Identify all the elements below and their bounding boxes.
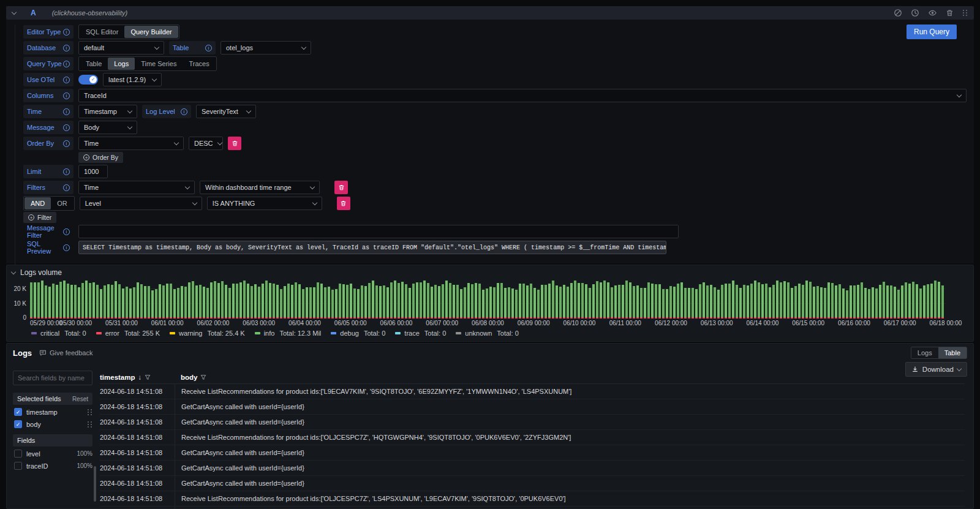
table-row[interactable]: 2024-06-18 14:51:08Receive ListRecommend… [100, 384, 965, 399]
checkbox[interactable] [14, 420, 22, 428]
filter-funnel-icon[interactable] [200, 374, 206, 380]
table-row[interactable]: 2024-06-18 14:51:08Receive ListRecommend… [100, 491, 965, 507]
info-icon[interactable] [63, 29, 70, 36]
view-option-table[interactable]: Table [938, 347, 967, 358]
info-icon[interactable] [63, 61, 70, 67]
info-icon[interactable] [63, 228, 70, 235]
reset-fields-button[interactable]: Reset [72, 396, 88, 402]
info-icon[interactable] [63, 244, 70, 251]
legend-item-info[interactable]: infoTotal: 12.3 Mil [255, 330, 322, 337]
filter-field-select[interactable]: Time [78, 181, 195, 194]
otel-version-select[interactable]: latest (1.2.9) [103, 73, 162, 86]
logs-volume-bars[interactable] [30, 281, 946, 319]
legend-item-unknown[interactable]: unknownTotal: 0 [456, 330, 519, 337]
filter-funnel-icon[interactable] [145, 374, 151, 380]
checkbox[interactable] [14, 450, 22, 458]
remove-filter-button[interactable] [334, 181, 348, 194]
view-option-logs[interactable]: Logs [911, 347, 938, 358]
table-row[interactable]: 2024-06-18 14:51:08GetCartAsync called w… [100, 476, 965, 491]
sort-desc-icon[interactable]: ↓ [138, 374, 142, 381]
selected-field-timestamp[interactable]: timestamp [14, 407, 92, 417]
remove-order-by-button[interactable] [228, 137, 241, 150]
body-column-header[interactable]: body [175, 374, 206, 381]
info-icon[interactable] [63, 124, 70, 131]
sidebar-scrollbar[interactable] [94, 466, 96, 502]
use-otel-toggle[interactable] [78, 75, 98, 85]
info-icon[interactable] [63, 184, 70, 191]
logs-volume-header[interactable]: Logs volume [7, 265, 973, 278]
query-history-icon[interactable] [911, 9, 919, 17]
filter-level-field-select[interactable]: Level [80, 197, 202, 210]
editor-type-option-builder[interactable]: Query Builder [124, 26, 178, 38]
table-row[interactable]: 2024-06-18 14:51:08GetCartAsync called w… [100, 461, 965, 476]
add-order-by-button[interactable]: Order By [78, 152, 123, 163]
logs-volume-chart[interactable]: 20 K 10 K 0 [30, 281, 946, 319]
delete-query-icon[interactable] [946, 9, 954, 17]
checkbox[interactable] [14, 408, 22, 416]
info-icon[interactable] [63, 77, 70, 83]
editor-type-option-sql[interactable]: SQL Editor [80, 26, 124, 38]
volume-bar [651, 284, 654, 319]
order-by-field-select[interactable]: Time [78, 137, 184, 150]
info-icon[interactable] [63, 140, 70, 147]
available-field-level[interactable]: level100% [14, 448, 92, 459]
volume-bar [765, 284, 767, 319]
remove-level-filter-button[interactable] [337, 197, 350, 210]
drag-handle-icon[interactable] [962, 9, 968, 17]
query-type-option-timeseries[interactable]: Time Series [135, 58, 183, 70]
query-row-header[interactable]: A (clickhouse-observability) [6, 6, 974, 20]
logs-panel-header: Logs Give feedback Logs Table [7, 344, 973, 359]
time-select[interactable]: Timestamp [78, 105, 137, 118]
query-type-option-traces[interactable]: Traces [183, 58, 215, 70]
available-field-traceID[interactable]: traceID100% [14, 461, 92, 471]
filter-value-select[interactable]: Within dashboard time range [200, 181, 320, 194]
database-select[interactable]: default [78, 41, 164, 55]
drag-handle-icon[interactable] [87, 409, 92, 416]
table-row[interactable]: 2024-06-18 14:51:08GetCartAsync called w… [100, 445, 965, 461]
selected-field-body[interactable]: body [14, 419, 92, 429]
order-by-direction-select[interactable]: DESC [189, 137, 223, 150]
info-icon[interactable] [63, 92, 70, 99]
query-type-option-table[interactable]: Table [80, 58, 108, 70]
message-select[interactable]: Body [78, 121, 137, 134]
add-filter-button[interactable]: Filter [23, 212, 56, 223]
drag-handle-icon[interactable] [87, 421, 92, 428]
or-option[interactable]: OR [51, 197, 74, 209]
timestamp-column-header[interactable]: timestamp ↓ [100, 374, 175, 381]
legend-item-trace[interactable]: traceTotal: 0 [395, 330, 446, 337]
legend-item-error[interactable]: errorTotal: 255 K [96, 330, 160, 337]
eye-icon[interactable] [928, 9, 937, 17]
table-row[interactable]: 2024-06-18 14:51:08GetCartAsync called w… [100, 399, 965, 415]
table-row[interactable]: 2024-06-18 14:51:08Receive ListRecommend… [100, 507, 965, 509]
table-row[interactable]: 2024-06-18 14:51:08Receive ListRecommend… [100, 430, 965, 445]
legend-item-warning[interactable]: warningTotal: 25.4 K [170, 330, 245, 337]
volume-bar [273, 284, 275, 319]
plus-circle-icon [28, 214, 34, 221]
legend-item-critical[interactable]: criticalTotal: 0 [31, 330, 86, 337]
search-fields-input[interactable] [13, 371, 92, 385]
legend-series-name: info [264, 330, 275, 337]
table-select[interactable]: otel_logs [221, 41, 311, 55]
info-icon[interactable] [63, 108, 70, 115]
info-icon[interactable] [181, 108, 187, 115]
legend-item-debug[interactable]: debugTotal: 0 [331, 330, 385, 337]
and-option[interactable]: AND [24, 197, 51, 209]
checkbox[interactable] [14, 462, 22, 470]
columns-multiselect[interactable]: TraceId [78, 89, 967, 102]
run-query-button[interactable]: Run Query [907, 25, 957, 39]
info-icon[interactable] [63, 168, 70, 175]
message-filter-input[interactable] [78, 225, 679, 238]
volume-bar [251, 286, 253, 319]
info-icon[interactable] [63, 45, 70, 51]
collapse-chevron-icon[interactable] [11, 269, 16, 274]
log-level-select[interactable]: SeverityText [196, 105, 256, 118]
limit-input[interactable] [78, 165, 108, 178]
sql-preview-text[interactable]: SELECT Timestamp as timestamp, Body as b… [78, 241, 666, 254]
filter-level-operator-select[interactable]: IS ANYTHING [207, 197, 322, 210]
give-feedback-link[interactable]: Give feedback [39, 349, 92, 356]
info-icon[interactable] [205, 45, 212, 51]
table-row[interactable]: 2024-06-18 14:51:08GetCartAsync called w… [100, 415, 965, 430]
disable-query-icon[interactable] [894, 9, 902, 17]
collapse-chevron-icon[interactable] [12, 9, 17, 14]
query-type-option-logs[interactable]: Logs [108, 58, 135, 70]
